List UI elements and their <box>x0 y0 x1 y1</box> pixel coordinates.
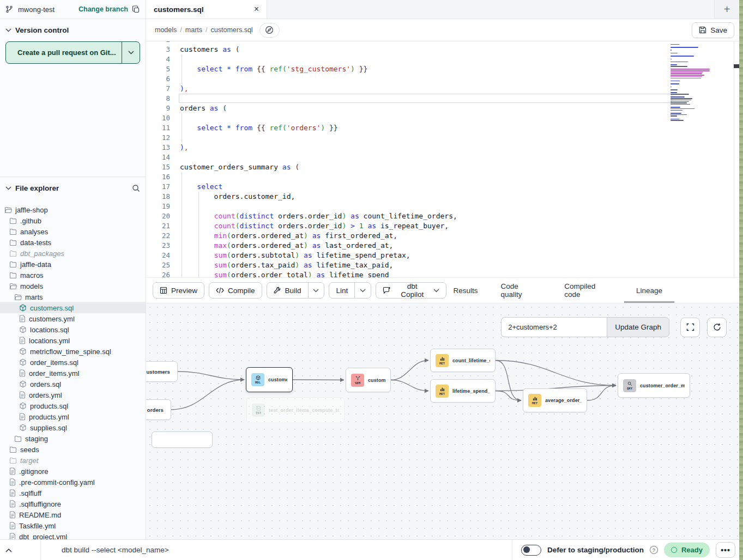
file-item-staging[interactable]: staging <box>0 433 146 444</box>
code-line-21[interactable]: 21 count(distinct orders.order_id) > 1 a… <box>146 221 743 231</box>
file-item--gitignore[interactable]: .gitignore <box>0 466 146 477</box>
file-item-taskfile-yml[interactable]: Taskfile.yml <box>0 520 146 531</box>
lint-button[interactable]: Lint <box>329 283 354 298</box>
collapse-panel-button[interactable] <box>0 540 41 560</box>
code-line-8[interactable]: 8 <box>146 94 743 104</box>
save-button[interactable]: Save <box>692 22 734 38</box>
code-line-9[interactable]: 9orders as ( <box>146 104 743 113</box>
tab-customers-sql[interactable]: customers.sql × <box>146 0 267 19</box>
file-item-order-items-yml[interactable]: order_items.yml <box>0 368 146 379</box>
file-item-models[interactable]: models <box>0 281 146 291</box>
new-tab-button[interactable]: + <box>714 0 739 19</box>
code-line-19[interactable]: 19 <box>146 202 743 211</box>
file-item-orders-sql[interactable]: orders.sql <box>0 379 146 389</box>
breadcrumb-marts[interactable]: marts <box>185 26 202 34</box>
lineage-node-stg-customers[interactable]: stg_customers <box>146 361 178 382</box>
code-line-17[interactable]: 17 select <box>146 182 743 192</box>
command-input[interactable]: dbt build --select <model_name> <box>62 546 169 554</box>
code-line-23[interactable]: 23 max(orders.ordered_at) as last_ordere… <box>146 241 743 251</box>
file-item-products-yml[interactable]: products.yml <box>0 411 146 422</box>
code-line-12[interactable]: 12 <box>146 133 743 143</box>
panel-tab-results[interactable]: Results <box>451 278 480 303</box>
more-options-button[interactable]: ••• <box>716 542 735 558</box>
version-control-header[interactable]: Version control <box>0 19 146 39</box>
code-line-22[interactable]: 22 min(orders.ordered_at) as first_order… <box>146 231 743 241</box>
file-item-locations-yml[interactable]: locations.yml <box>0 335 146 346</box>
panel-tab-code-quality[interactable]: Code quality <box>498 278 543 303</box>
compile-button[interactable]: Compile <box>209 282 262 299</box>
file-item-target[interactable]: target <box>0 455 146 466</box>
file-item-customers-sql[interactable]: customers.sql <box>0 302 146 313</box>
create-pr-dropdown[interactable] <box>122 42 140 63</box>
file-item--sqlfluffignore[interactable]: .sqlfluffignore <box>0 498 146 509</box>
file-item-locations-sql[interactable]: locations.sql <box>0 324 146 335</box>
editor-scrollbar[interactable] <box>734 41 739 277</box>
file-item-macros[interactable]: macros <box>0 270 146 281</box>
fullscreen-button[interactable] <box>680 318 700 337</box>
file-item-metricflow-time-spine-sql[interactable]: metricflow_time_spine.sql <box>0 346 146 357</box>
change-branch-link[interactable]: Change branch <box>78 5 128 13</box>
lineage-node-average-order-value[interactable]: METaverage_order_value <box>523 388 587 412</box>
lineage-node-customer-order-metrics[interactable]: QRYcustomer_order_metrics <box>618 373 690 398</box>
help-icon[interactable]: ? <box>650 546 658 554</box>
file-item-readme-md[interactable]: README.md <box>0 509 146 520</box>
preview-button[interactable]: Preview <box>153 282 204 299</box>
build-button[interactable]: Build <box>267 283 308 298</box>
code-line-5[interactable]: 5 select * from {{ ref('stg_customers') … <box>146 64 743 74</box>
defer-toggle[interactable] <box>521 545 541 556</box>
file-item-order-items-sql[interactable]: order_items.sql <box>0 357 146 368</box>
lineage-node-count-lifetime-orders[interactable]: METcount_lifetime_orders <box>430 349 496 372</box>
file-item-customers-yml[interactable]: customers.yml <box>0 313 146 324</box>
breadcrumb-file[interactable]: customers.sql <box>211 26 253 34</box>
file-item-data-tests[interactable]: data-tests <box>0 237 146 248</box>
file-item-supplies-sql[interactable]: supplies.sql <box>0 422 146 433</box>
file-item--github[interactable]: .github <box>0 215 146 226</box>
file-explorer-header[interactable]: File explorer <box>0 176 146 197</box>
code-line-14[interactable]: 14 <box>146 153 743 162</box>
file-item-seeds[interactable]: seeds <box>0 444 146 455</box>
lineage-node-test-order-items[interactable]: TSTtest_order_items_compute_to_bools... <box>246 397 345 423</box>
lineage-canvas[interactable]: Update Graph stg_customersordersMDLcusto… <box>146 303 743 539</box>
code-line-11[interactable]: 11 select * from {{ ref('orders') }} <box>146 123 743 133</box>
lineage-selector-input[interactable] <box>501 317 607 337</box>
code-line-13[interactable]: 13), <box>146 143 743 153</box>
lineage-node-lifetime-spend-pretax[interactable]: METlifetime_spend_pretax <box>430 379 496 403</box>
panel-tab-compiled-code[interactable]: Compiled code <box>562 278 615 303</box>
search-icon[interactable] <box>132 184 140 192</box>
code-line-7[interactable]: 7), <box>146 84 743 94</box>
navigate-pill[interactable] <box>259 23 280 38</box>
file-item-jaffle-shop[interactable]: jaffle-shop <box>0 204 146 215</box>
code-line-3[interactable]: 3customers as ( <box>146 45 743 54</box>
code-line-15[interactable]: 15customer_orders_summary as ( <box>146 162 743 172</box>
update-graph-button[interactable]: Update Graph <box>607 317 669 337</box>
file-item-dbt-project-yml[interactable]: dbt_project.yml <box>0 531 146 539</box>
panel-tab-lineage[interactable]: Lineage <box>634 278 665 303</box>
copy-icon[interactable] <box>132 5 140 14</box>
code-line-10[interactable]: 10 <box>146 113 743 123</box>
file-item-analyses[interactable]: analyses <box>0 226 146 237</box>
build-dropdown[interactable] <box>308 283 324 298</box>
code-line-4[interactable]: 4 <box>146 54 743 64</box>
lineage-node-partial-node[interactable] <box>152 431 213 448</box>
code-editor[interactable]: 23customers as (45 select * from {{ ref(… <box>146 41 743 277</box>
file-item--pre-commit-config-yaml[interactable]: .pre-commit-config.yaml <box>0 477 146 488</box>
file-item-marts[interactable]: marts <box>0 291 146 302</box>
lineage-node-customers-model[interactable]: MDLcustomers <box>246 367 293 392</box>
file-item-dbt-packages[interactable]: dbt_packages <box>0 248 146 259</box>
file-item--sqlfluff[interactable]: .sqlfluff <box>0 488 146 498</box>
code-line-18[interactable]: 18 orders.customer_id, <box>146 192 743 202</box>
ready-status-badge[interactable]: Ready <box>664 543 710 557</box>
close-icon[interactable]: × <box>254 5 259 14</box>
lint-dropdown[interactable] <box>354 283 371 298</box>
code-line-26[interactable]: 26 sum(orders.order_total) as lifetime_s… <box>146 270 743 277</box>
dbt-copilot-button[interactable]: dbt Copilot <box>376 282 446 299</box>
breadcrumb-models[interactable]: models <box>155 26 177 34</box>
code-line-25[interactable]: 25 sum(orders.tax_paid) as lifetime_tax_… <box>146 260 743 270</box>
code-line-16[interactable]: 16 <box>146 172 743 182</box>
create-pr-main[interactable]: Create a pull request on Git... <box>6 42 122 63</box>
file-item-products-sql[interactable]: products.sql <box>0 400 146 411</box>
code-line-24[interactable]: 24 sum(orders.subtotal) as lifetime_spen… <box>146 251 743 260</box>
editor-minimap[interactable] <box>670 41 714 121</box>
file-item-jaffle-data[interactable]: jaffle-data <box>0 259 146 270</box>
code-line-6[interactable]: 6 <box>146 74 743 84</box>
